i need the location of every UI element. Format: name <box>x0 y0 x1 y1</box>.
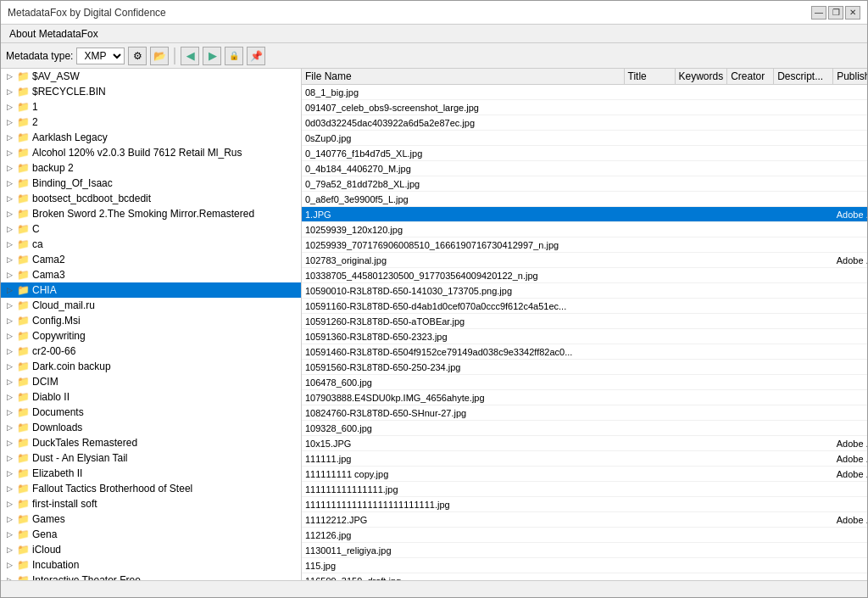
table-row[interactable]: 1.JPGAdobe ...2013-08-... <box>302 207 867 222</box>
expand-toggle[interactable]: ▷ <box>3 253 16 266</box>
col-header-creator[interactable]: Creator <box>727 69 774 85</box>
sidebar-item-gena[interactable]: ▷ 📁 Gena <box>1 527 301 542</box>
table-row[interactable]: 112126.jpg <box>302 528 867 543</box>
col-header-filename[interactable]: File Name <box>302 69 624 85</box>
col-header-description[interactable]: Descript... <box>774 69 833 85</box>
sidebar-item-interactive[interactable]: ▷ 📁 Interactive Theater Free <box>1 573 301 580</box>
table-row[interactable]: 10338705_445801230500_917703564009420122… <box>302 268 867 283</box>
sidebar-item-dust[interactable]: ▷ 📁 Dust - An Elysian Tail <box>1 450 301 466</box>
expand-toggle[interactable]: ▷ <box>3 451 16 465</box>
restore-button[interactable]: ❐ <box>828 6 843 20</box>
table-row[interactable]: 10591260-R3L8T8D-650-aTOBEar.jpg <box>302 314 867 329</box>
expand-toggle[interactable]: ▷ <box>3 405 16 419</box>
expand-toggle[interactable]: ▷ <box>3 283 16 297</box>
sidebar-item-chia[interactable]: ▷ 📁 CHIA <box>1 282 301 298</box>
expand-toggle[interactable]: ▷ <box>3 329 16 343</box>
sidebar-item-downloads[interactable]: ▷ 📁 Downloads <box>1 420 301 435</box>
sidebar-item-av-asw[interactable]: ▷ 📁 $AV_ASW <box>1 69 301 84</box>
sidebar-item-elizabeth[interactable]: ▷ 📁 Elizabeth II <box>1 466 301 481</box>
table-row[interactable]: 106478_600.jpg <box>302 375 867 390</box>
table-row[interactable]: 11112212.JPGAdobe ...2013-11-... <box>302 512 867 528</box>
sidebar-item-ducktales[interactable]: ▷ 📁 DuckTales Remastered <box>1 435 301 450</box>
expand-toggle[interactable]: ▷ <box>3 238 16 251</box>
sidebar-item-fallout[interactable]: ▷ 📁 Fallout Tactics Brotherhood of Steel <box>1 481 301 496</box>
expand-toggle[interactable]: ▷ <box>3 497 16 511</box>
sidebar-item-bootsect[interactable]: ▷ 📁 bootsect_bcdboot_bcdedit <box>1 191 301 206</box>
expand-toggle[interactable]: ▷ <box>3 558 16 572</box>
sidebar-item-games[interactable]: ▷ 📁 Games <box>1 511 301 527</box>
expand-toggle[interactable]: ▷ <box>3 436 16 450</box>
table-row[interactable]: 1130011_religiya.jpg <box>302 543 867 558</box>
table-row[interactable]: 0_4b184_4406270_M.jpg <box>302 161 867 176</box>
table-row[interactable]: 10x15.JPGAdobe ...2014-11-... <box>302 436 867 451</box>
sidebar-item-aarklash[interactable]: ▷ 📁 Aarklash Legacy <box>1 130 301 145</box>
table-row[interactable]: 10591560-R3L8T8D-650-250-234.jpg <box>302 360 867 375</box>
table-row[interactable]: 107903888.E4SDU0kp.IMG_4656ahyte.jpg2009… <box>302 390 867 405</box>
table-row[interactable]: 111111.jpgAdobe ...2011-11-... <box>302 451 867 467</box>
expand-toggle[interactable]: ▷ <box>3 512 16 526</box>
expand-toggle[interactable]: ▷ <box>3 100 16 114</box>
sidebar-item-incubation[interactable]: ▷ 📁 Incubation <box>1 557 301 573</box>
table-row[interactable]: 10590010-R3L8T8D-650-141030_173705.png.j… <box>302 283 867 299</box>
table-row[interactable]: 10591160-R3L8T8D-650-d4ab1d0cef070a0ccc9… <box>302 299 867 314</box>
table-row[interactable]: 1111111111111111111111111.jpg <box>302 497 867 512</box>
sidebar-item-2[interactable]: ▷ 📁 2 <box>1 115 301 130</box>
sidebar-item-copywriting[interactable]: ▷ 📁 Copywriting <box>1 328 301 344</box>
expand-toggle[interactable]: ▷ <box>3 70 16 83</box>
sidebar-item-c[interactable]: ▷ 📁 C <box>1 221 301 237</box>
expand-toggle[interactable]: ▷ <box>3 131 16 144</box>
table-row[interactable]: 10591360-R3L8T8D-650-2323.jpg <box>302 329 867 344</box>
expand-toggle[interactable]: ▷ <box>3 375 16 388</box>
expand-toggle[interactable]: ▷ <box>3 176 16 190</box>
expand-toggle[interactable]: ▷ <box>3 573 16 580</box>
sidebar-item-first-install[interactable]: ▷ 📁 first-install soft <box>1 496 301 511</box>
table-row[interactable]: 10591460-R3L8T8D-6504f9152ce79149ad038c9… <box>302 344 867 360</box>
table-row[interactable]: 0sZup0.jpg <box>302 131 867 146</box>
sidebar-item-icloud[interactable]: ▷ 📁 iCloud <box>1 542 301 557</box>
expand-toggle[interactable]: ▷ <box>3 344 16 358</box>
sidebar-item-binding[interactable]: ▷ 📁 Binding_Of_Isaac <box>1 176 301 191</box>
expand-toggle[interactable]: ▷ <box>3 314 16 327</box>
sidebar-item-cama2[interactable]: ▷ 📁 Cama2 <box>1 252 301 267</box>
table-row[interactable]: 08_1_big.jpg <box>302 85 867 100</box>
close-button[interactable]: ✕ <box>845 6 860 20</box>
folder-button[interactable]: 📂 <box>150 47 169 65</box>
expand-toggle[interactable]: ▷ <box>3 146 16 159</box>
sidebar-item-darkcoin[interactable]: ▷ 📁 Dark.coin backup <box>1 359 301 374</box>
sidebar-item-diablo[interactable]: ▷ 📁 Diablo II <box>1 389 301 405</box>
sidebar-item-cloud[interactable]: ▷ 📁 Cloud_mail.ru <box>1 298 301 313</box>
settings-button[interactable]: ⚙ <box>128 47 147 65</box>
expand-toggle[interactable]: ▷ <box>3 192 16 205</box>
table-row[interactable]: 115.jpg <box>302 558 867 573</box>
pin-button[interactable]: 📌 <box>247 47 265 65</box>
expand-toggle[interactable]: ▷ <box>3 390 16 404</box>
minimize-button[interactable]: — <box>811 6 826 20</box>
sidebar-item-documents[interactable]: ▷ 📁 Documents <box>1 405 301 420</box>
sidebar-item-broken-sword[interactable]: ▷ 📁 Broken Sword 2.The Smoking Mirror.Re… <box>1 206 301 221</box>
table-row[interactable]: 116599_3159_draft.jpg <box>302 573 867 581</box>
sidebar-item-config[interactable]: ▷ 📁 Config.Msi <box>1 313 301 328</box>
table-row[interactable]: 111111111 copy.jpgAdobe ...2016-04-... <box>302 467 867 482</box>
expand-toggle[interactable]: ▷ <box>3 161 16 175</box>
table-row[interactable]: 109328_600.jpg <box>302 421 867 436</box>
expand-toggle[interactable]: ▷ <box>3 528 16 541</box>
sidebar-item-backup2[interactable]: ▷ 📁 backup 2 <box>1 160 301 176</box>
lock-button[interactable]: 🔒 <box>225 47 243 65</box>
expand-toggle[interactable]: ▷ <box>3 85 16 98</box>
col-header-keywords[interactable]: Keywords <box>675 69 727 85</box>
menu-about[interactable]: About MetadataFox <box>4 26 103 42</box>
col-header-publisher[interactable]: Publisher <box>833 69 867 85</box>
expand-toggle[interactable]: ▷ <box>3 482 16 495</box>
sidebar-item-cr2[interactable]: ▷ 📁 cr2-00-66 <box>1 344 301 359</box>
sidebar-item-cama3[interactable]: ▷ 📁 Cama3 <box>1 267 301 282</box>
table-row[interactable]: 0_a8ef0_3e9900f5_L.jpg <box>302 192 867 207</box>
table-row[interactable]: 0_79a52_81dd72b8_XL.jpg <box>302 176 867 192</box>
expand-toggle[interactable]: ▷ <box>3 360 16 373</box>
sidebar-item-alcohol[interactable]: ▷ 📁 Alcohol 120% v2.0.3 Build 7612 Retai… <box>1 145 301 160</box>
table-row[interactable]: 0_140776_f1b4d7d5_XL.jpg <box>302 146 867 161</box>
expand-toggle[interactable]: ▷ <box>3 268 16 282</box>
table-row[interactable]: 10259939_707176906008510_166619071673041… <box>302 238 867 253</box>
table-row[interactable]: 102783_original.jpgAdobe ...2014-06-... <box>302 253 867 268</box>
expand-toggle[interactable]: ▷ <box>3 115 16 129</box>
sidebar-item-dcim[interactable]: ▷ 📁 DCIM <box>1 374 301 389</box>
